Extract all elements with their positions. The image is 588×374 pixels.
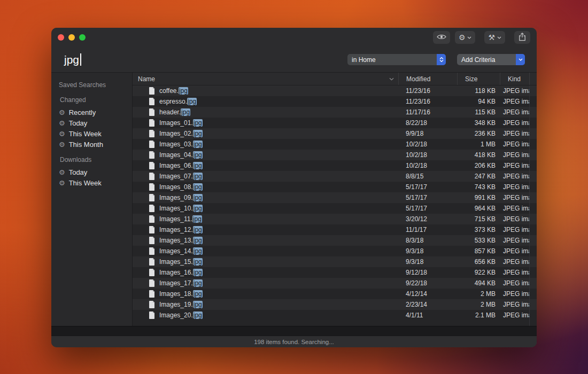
file-name-cell: Images_06.jpg	[133, 162, 398, 169]
search-text: jpg	[64, 53, 79, 66]
table-row[interactable]: Images_20.jpg 4/1/11 2.1 MB JPEG image	[133, 310, 537, 321]
column-header-modified[interactable]: Modified	[398, 73, 457, 85]
table-row[interactable]: Images_02.jpg 9/9/18 236 KB JPEG image	[133, 128, 537, 139]
sidebar-item-today-changed[interactable]: ⚙ Today	[59, 118, 132, 128]
table-row[interactable]: Images_15.jpg 9/3/18 656 KB JPEG image	[133, 256, 537, 267]
table-row[interactable]: Images_08.jpg 5/17/17 743 KB JPEG image	[133, 182, 537, 192]
document-icon	[149, 237, 155, 244]
smart-folder-icon: ⚙	[59, 120, 65, 127]
sidebar-item-recently[interactable]: ⚙ Recently	[59, 107, 132, 118]
search-input[interactable]: jpg	[64, 53, 347, 66]
modified-cell: 10/2/18	[398, 162, 457, 169]
modified-cell: 4/1/11	[398, 311, 457, 319]
file-name: Images_16.jpg	[159, 269, 203, 276]
file-name: Images_01.jpg	[159, 119, 203, 127]
file-name-cell: Images_18.jpg	[133, 290, 398, 298]
settings-dropdown-button[interactable]: ⚙	[455, 31, 476, 44]
file-name-cell: Images_02.jpg	[133, 130, 398, 137]
search-match-highlight: jpg	[193, 290, 203, 298]
table-row[interactable]: Images_12.jpg 11/1/17 373 KB JPEG image	[133, 224, 537, 235]
document-icon	[149, 290, 155, 298]
table-row[interactable]: Images_14.jpg 9/3/18 857 KB JPEG image	[133, 246, 537, 256]
size-cell: 922 KB	[457, 269, 500, 276]
size-cell: 656 KB	[457, 258, 500, 266]
search-match-highlight: jpg	[193, 258, 203, 266]
sidebar-item-this-week-downloads[interactable]: ⚙ This Week	[59, 177, 132, 188]
table-row[interactable]: Images_06.jpg 10/2/18 206 KB JPEG image	[133, 160, 537, 171]
finder-search-window: ⚙ ⚒ jpg in Home	[51, 28, 537, 347]
table-row[interactable]: Images_10.jpg 5/17/17 964 KB JPEG image	[133, 203, 537, 214]
sidebar-item-today-downloads[interactable]: ⚙ Today	[59, 167, 132, 177]
file-name-cell: Images_11.jpg	[133, 215, 398, 223]
close-button[interactable]	[58, 34, 64, 41]
file-name: header.jpg	[159, 108, 190, 116]
size-cell: 991 KB	[457, 194, 500, 201]
search-match-highlight: jpg	[193, 311, 203, 319]
table-row[interactable]: Images_01.jpg 8/22/18 348 KB JPEG image	[133, 118, 537, 128]
table-row[interactable]: Images_04.jpg 10/2/18 418 KB JPEG image	[133, 150, 537, 160]
size-cell: 348 KB	[457, 119, 500, 127]
table-row[interactable]: Images_11.jpg 3/20/12 715 KB JPEG image	[133, 214, 537, 224]
vertical-scrollbar-track[interactable]	[529, 85, 537, 326]
tools-dropdown-button[interactable]: ⚒	[484, 31, 505, 44]
size-cell: 1 MB	[457, 141, 500, 148]
zoom-button[interactable]	[79, 34, 86, 41]
scrollbar-corner	[529, 73, 537, 85]
table-row[interactable]: Images_17.jpg 9/22/18 494 KB JPEG image	[133, 278, 537, 289]
document-icon	[149, 301, 155, 308]
search-match-highlight: jpg	[193, 237, 203, 244]
document-icon	[149, 130, 155, 137]
table-row[interactable]: Images_03.jpg 10/2/18 1 MB JPEG image	[133, 139, 537, 150]
kind-cell: JPEG image	[500, 215, 529, 223]
size-cell: 236 KB	[457, 130, 500, 137]
file-name: espresso.jpg	[159, 98, 197, 105]
sidebar-item-this-month[interactable]: ⚙ This Month	[59, 139, 132, 150]
file-name: Images_12.jpg	[159, 226, 203, 233]
file-name: Images_18.jpg	[159, 290, 203, 298]
smart-folder-icon: ⚙	[59, 169, 65, 176]
file-name-cell: Images_16.jpg	[133, 269, 398, 276]
size-cell: 118 KB	[457, 87, 500, 95]
share-button[interactable]	[514, 31, 530, 44]
search-match-highlight: jpg	[193, 162, 203, 169]
search-match-highlight: jpg	[193, 173, 203, 180]
kind-cell: JPEG image	[500, 87, 529, 95]
column-header-name[interactable]: Name	[133, 73, 398, 85]
search-match-highlight: jpg	[192, 215, 202, 223]
table-row[interactable]: Images_18.jpg 4/12/14 2 MB JPEG image	[133, 289, 537, 299]
document-icon	[149, 205, 155, 212]
file-name-cell: coffee.jpg	[133, 87, 398, 95]
table-row[interactable]: Images_19.jpg 2/23/14 2 MB JPEG image	[133, 299, 537, 310]
table-header: Name Modified Size Kind	[133, 73, 537, 85]
file-name-cell: espresso.jpg	[133, 98, 398, 105]
minimize-button[interactable]	[68, 34, 75, 41]
search-match-highlight: jpg	[193, 247, 203, 255]
modified-cell: 9/9/18	[398, 130, 457, 137]
modified-cell: 9/3/18	[398, 258, 457, 266]
add-criteria-dropdown[interactable]: Add Criteria	[457, 54, 525, 65]
column-header-size[interactable]: Size	[457, 73, 500, 85]
table-row[interactable]: header.jpg 11/17/16 115 KB JPEG image	[133, 107, 537, 118]
smart-folder-icon: ⚙	[59, 180, 65, 186]
sidebar-item-this-week-changed[interactable]: ⚙ This Week	[59, 128, 132, 139]
table-row[interactable]: Images_13.jpg 8/3/18 533 KB JPEG image	[133, 235, 537, 246]
file-name-cell: Images_10.jpg	[133, 205, 398, 212]
table-row[interactable]: Images_07.jpg 8/8/15 247 KB JPEG image	[133, 171, 537, 182]
modified-cell: 8/22/18	[398, 119, 457, 127]
file-name: coffee.jpg	[159, 87, 188, 95]
quick-look-button[interactable]	[433, 31, 450, 44]
table-row[interactable]: Images_09.jpg 5/17/17 991 KB JPEG image	[133, 192, 537, 203]
file-name: Images_09.jpg	[159, 194, 203, 201]
table-row[interactable]: coffee.jpg 11/23/16 118 KB JPEG image	[133, 85, 537, 96]
column-header-kind[interactable]: Kind	[500, 73, 529, 85]
smart-folder-icon: ⚙	[59, 130, 65, 137]
scope-dropdown[interactable]: in Home	[347, 54, 446, 65]
file-name: Images_15.jpg	[159, 258, 203, 266]
file-name-cell: Images_19.jpg	[133, 301, 398, 308]
table-row[interactable]: Images_16.jpg 9/12/18 922 KB JPEG image	[133, 267, 537, 278]
kind-cell: JPEG image	[500, 247, 529, 255]
kind-cell: JPEG image	[500, 205, 529, 212]
file-name: Images_03.jpg	[159, 141, 203, 148]
horizontal-scrollbar-track[interactable]	[51, 326, 537, 336]
table-row[interactable]: espresso.jpg 11/23/16 94 KB JPEG image	[133, 96, 537, 107]
